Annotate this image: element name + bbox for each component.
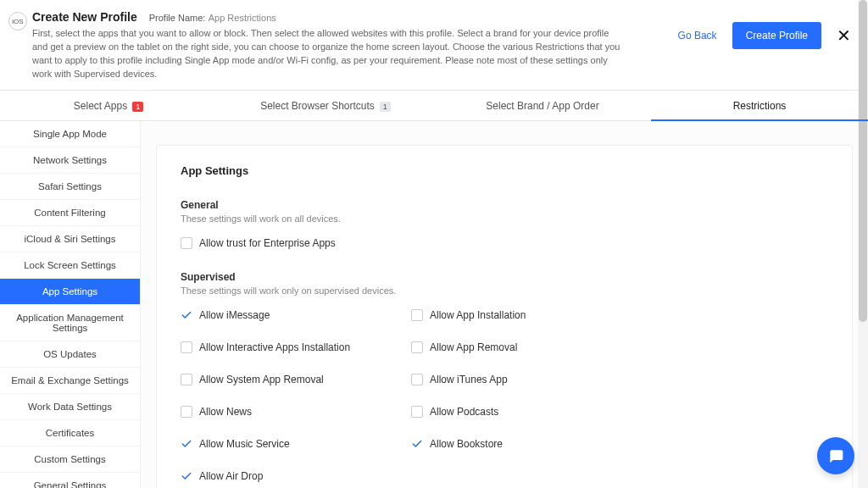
option-label: Allow Bookstore: [430, 438, 503, 450]
checkbox-icon[interactable]: [181, 406, 192, 418]
tab-select-browser-shortcuts[interactable]: Select Browser Shortcuts1: [217, 91, 434, 120]
tab-restrictions[interactable]: Restrictions: [651, 91, 868, 120]
panel-title: App Settings: [181, 164, 828, 177]
sidebar-item-custom-settings[interactable]: Custom Settings: [0, 446, 140, 473]
checkbox-icon[interactable]: [411, 341, 423, 353]
checkbox-icon[interactable]: [181, 341, 192, 353]
option-allow-interactive-apps-installation[interactable]: Allow Interactive Apps Installation: [181, 336, 401, 358]
option-allow-app-installation[interactable]: Allow App Installation: [411, 304, 632, 326]
profile-name-label: Profile Name:: [149, 13, 206, 23]
tab-label: Select Apps: [74, 100, 127, 112]
checkbox-icon[interactable]: [181, 309, 192, 321]
option-label: Allow Air Drop: [199, 470, 263, 482]
sidebar-item-os-updates[interactable]: OS Updates: [0, 341, 140, 368]
option-label: Allow trust for Enterprise Apps: [199, 237, 336, 249]
checkbox-icon[interactable]: [181, 237, 192, 249]
tab-badge: 1: [380, 102, 391, 112]
option-allow-air-drop[interactable]: Allow Air Drop: [181, 465, 401, 487]
option-allow-news[interactable]: Allow News: [181, 401, 401, 423]
tab-select-brand-app-order[interactable]: Select Brand / App Order: [434, 91, 651, 120]
tab-badge: 1: [132, 102, 143, 112]
create-profile-button[interactable]: Create Profile: [732, 22, 821, 49]
header: iOS Create New Profile Profile Name: App…: [0, 0, 868, 91]
option-allow-system-app-removal[interactable]: Allow System App Removal: [181, 369, 401, 391]
checkbox-icon[interactable]: [411, 406, 423, 418]
sidebar-item-lock-screen-settings[interactable]: Lock Screen Settings: [0, 252, 140, 279]
sidebar-item-general-settings[interactable]: General Settings: [0, 473, 140, 488]
option-label: Allow iMessage: [199, 309, 270, 321]
chat-bubble[interactable]: [817, 437, 854, 474]
header-description: First, select the apps that you want to …: [32, 27, 626, 81]
chat-icon: [827, 447, 844, 464]
option-allow-imessage[interactable]: Allow iMessage: [181, 304, 401, 326]
option-label: Allow iTunes App: [430, 374, 508, 385]
scrollbar-track[interactable]: [858, 0, 868, 488]
close-icon[interactable]: ✕: [837, 25, 851, 46]
tab-select-apps[interactable]: Select Apps1: [0, 91, 217, 120]
option-allow-podcasts[interactable]: Allow Podcasts: [411, 401, 632, 423]
option-label: Allow News: [199, 406, 252, 418]
option-label: Allow Interactive Apps Installation: [199, 341, 350, 353]
option-allow-trust-for-enterprise-apps[interactable]: Allow trust for Enterprise Apps: [181, 232, 401, 254]
sidebar-item-icloud-siri-settings[interactable]: iCloud & Siri Settings: [0, 226, 140, 252]
sidebar-item-network-settings[interactable]: Network Settings: [0, 147, 140, 174]
option-row: Allow iMessageAllow App InstallationAllo…: [181, 304, 828, 487]
sidebar-item-content-filtering[interactable]: Content Filtering: [0, 200, 140, 226]
content-area: App Settings GeneralThese settings will …: [141, 121, 868, 488]
option-allow-app-removal[interactable]: Allow App Removal: [411, 336, 632, 358]
profile-name-value: App Restrictions: [209, 13, 276, 23]
sidebar-item-work-data-settings[interactable]: Work Data Settings: [0, 394, 140, 420]
sidebar-item-certificates[interactable]: Certificates: [0, 420, 140, 446]
option-allow-music-service[interactable]: Allow Music Service: [181, 433, 401, 455]
checkbox-icon[interactable]: [411, 438, 423, 450]
tab-label: Select Brand / App Order: [486, 100, 598, 112]
option-label: Allow System App Removal: [199, 374, 324, 385]
option-allow-bookstore[interactable]: Allow Bookstore: [411, 433, 632, 455]
option-label: Allow App Removal: [430, 341, 517, 353]
option-label: Allow Podcasts: [430, 406, 498, 418]
sidebar-item-safari-settings[interactable]: Safari Settings: [0, 174, 140, 200]
checkbox-icon[interactable]: [411, 374, 423, 385]
section-title: Supervised: [181, 271, 828, 283]
sidebar-item-app-settings[interactable]: App Settings: [0, 279, 140, 305]
section-subtitle: These settings will work on all devices.: [181, 214, 828, 224]
scrollbar-thumb[interactable]: [859, 0, 867, 322]
settings-panel: App Settings GeneralThese settings will …: [156, 145, 853, 488]
sidebar: Single App ModeNetwork SettingsSafari Se…: [0, 121, 141, 488]
option-allow-itunes-app[interactable]: Allow iTunes App: [411, 369, 632, 391]
tab-label: Restrictions: [733, 100, 787, 112]
option-label: Allow App Installation: [430, 309, 526, 321]
section-title: General: [181, 199, 828, 211]
checkbox-icon[interactable]: [181, 438, 192, 450]
option-row: Allow trust for Enterprise Apps: [181, 232, 828, 254]
option-label: Allow Music Service: [199, 438, 290, 450]
tab-label: Select Browser Shortcuts: [260, 100, 375, 112]
sidebar-item-single-app-mode[interactable]: Single App Mode: [0, 121, 140, 147]
checkbox-icon[interactable]: [181, 374, 192, 385]
checkbox-icon[interactable]: [181, 470, 192, 482]
go-back-link[interactable]: Go Back: [678, 30, 717, 42]
platform-badge: iOS: [8, 12, 27, 30]
tabs: Select Apps1Select Browser Shortcuts1Sel…: [0, 91, 868, 121]
page-title: Create New Profile: [32, 10, 137, 24]
checkbox-icon[interactable]: [411, 309, 423, 321]
sidebar-item-application-management-settings[interactable]: Application Management Settings: [0, 305, 140, 341]
section-subtitle: These settings will work only on supervi…: [181, 286, 828, 296]
sidebar-item-email-exchange-settings[interactable]: Email & Exchange Settings: [0, 368, 140, 394]
